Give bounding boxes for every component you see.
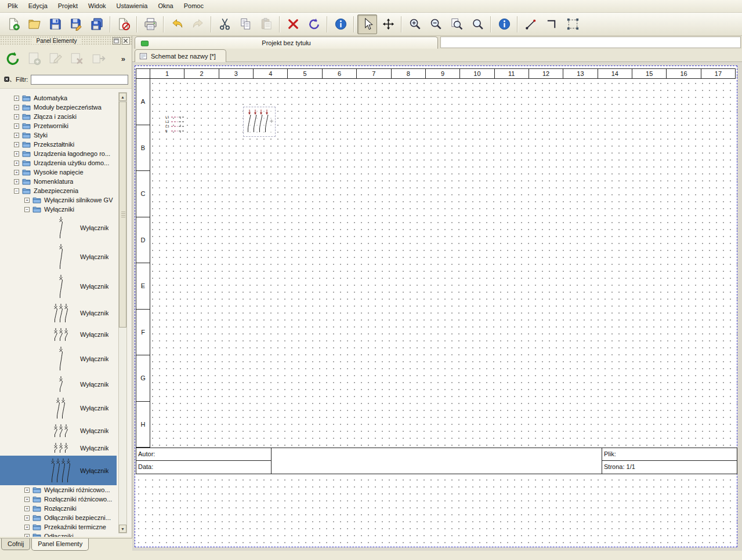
tree-folder-6[interactable]: +Urządzenia łagodnego ro... xyxy=(0,149,132,158)
tree-folder-27[interactable]: +Odłączniki bezpieczni... xyxy=(0,513,132,522)
bottom-tab-0[interactable]: Cofnij xyxy=(1,539,30,550)
expand-icon[interactable]: + xyxy=(14,96,19,101)
tree-folder-0[interactable]: +Automatyka xyxy=(0,93,132,103)
visualise-selection-button[interactable] xyxy=(563,14,582,34)
expand-icon[interactable]: + xyxy=(14,161,19,166)
scrollbar-thumb[interactable] xyxy=(119,101,126,328)
expand-icon[interactable]: + xyxy=(24,198,30,203)
pan-mode-button[interactable] xyxy=(378,14,398,34)
zoom-in-button[interactable] xyxy=(405,14,425,34)
menu-item-5[interactable]: Okna xyxy=(153,0,178,12)
expand-icon[interactable]: + xyxy=(24,534,30,537)
tree-folder-26[interactable]: +Rozłączniki xyxy=(0,504,132,513)
tree-element-13[interactable]: Wyłącznik xyxy=(0,214,117,241)
element-info-button[interactable] xyxy=(494,14,514,34)
reload-collections-button[interactable] xyxy=(5,51,20,66)
tree-folder-8[interactable]: +Wysokie napięcie xyxy=(0,168,132,177)
tree-folder-5[interactable]: +Przekształtniki xyxy=(0,140,132,149)
menu-item-6[interactable]: Pomoc xyxy=(179,0,209,12)
filter-input[interactable] xyxy=(31,75,128,85)
expand-icon[interactable]: + xyxy=(14,123,19,129)
menu-item-0[interactable]: Plik xyxy=(2,0,23,12)
menu-item-1[interactable]: Edycja xyxy=(23,0,53,12)
clear-filter-icon[interactable] xyxy=(3,75,13,84)
panel-close-button[interactable] xyxy=(122,37,130,45)
tree-folder-10[interactable]: −Zabezpieczenia xyxy=(0,186,132,195)
rotate-button[interactable] xyxy=(304,14,324,34)
expand-icon[interactable]: + xyxy=(24,506,30,511)
expand-icon[interactable]: + xyxy=(14,170,19,175)
tree-folder-28[interactable]: +Przekaźniki termiczne xyxy=(0,522,132,532)
tree-scrollbar[interactable]: ▲ ▼ xyxy=(118,92,127,533)
tree-element-14[interactable]: Wyłącznik xyxy=(0,241,117,272)
tree-element-17[interactable]: Wyłącznik xyxy=(0,325,117,344)
panel-overflow-chevron[interactable]: » xyxy=(121,54,126,63)
expand-icon[interactable]: + xyxy=(24,488,30,493)
select-mode-button[interactable] xyxy=(357,14,377,34)
conductor-angle-button[interactable] xyxy=(542,14,562,34)
expand-icon[interactable]: + xyxy=(24,525,30,530)
tree-element-16[interactable]: Wyłącznik xyxy=(0,301,117,325)
copy-button[interactable] xyxy=(236,14,255,34)
tree-element-20[interactable]: Wyłącznik xyxy=(0,395,117,421)
project-tab[interactable]: Projekt bez tytułu xyxy=(135,37,438,49)
collapse-icon[interactable]: − xyxy=(14,188,19,194)
menu-item-3[interactable]: Widok xyxy=(83,0,111,12)
menu-item-4[interactable]: Ustawienia xyxy=(111,0,153,12)
undo-button[interactable] xyxy=(167,14,187,34)
save-as-button[interactable] xyxy=(66,14,86,34)
expand-icon[interactable]: + xyxy=(14,114,19,119)
canvas-element-breaker-4p[interactable] xyxy=(243,107,276,137)
tree-folder-2[interactable]: +Złącza i zaciski xyxy=(0,112,132,121)
tree-folder-12[interactable]: −Wyłączniki xyxy=(0,205,132,214)
zoom-out-button[interactable] xyxy=(426,14,446,34)
expand-icon[interactable]: + xyxy=(14,105,19,110)
delete-button[interactable] xyxy=(283,14,303,34)
tree-element-15[interactable]: Wyłącznik xyxy=(0,272,117,301)
close-file-button[interactable] xyxy=(114,14,133,34)
diagram-properties-button[interactable] xyxy=(331,14,350,34)
collapse-icon[interactable]: − xyxy=(24,207,30,212)
menu-item-2[interactable]: Projekt xyxy=(53,0,83,12)
tree-element-19[interactable]: Wyłącznik xyxy=(0,373,117,395)
print-button[interactable] xyxy=(140,14,160,34)
new-project-button[interactable] xyxy=(3,14,23,34)
tree-folder-25[interactable]: +Rozłączniki różnicowo... xyxy=(0,494,132,504)
folder-icon xyxy=(22,169,31,176)
diagram-view[interactable]: 1234567891011121314151617 ABCDEFGH Autor… xyxy=(132,62,742,551)
tree-folder-24[interactable]: +Wyłączniki różnicowo... xyxy=(0,485,132,494)
tree-folder-1[interactable]: +Moduły bezpieczeństwa xyxy=(0,103,132,112)
scroll-up-button[interactable]: ▲ xyxy=(119,93,126,101)
tree-element-label: Wyłącznik xyxy=(80,405,108,412)
expand-icon[interactable]: + xyxy=(14,151,19,157)
expand-icon[interactable]: + xyxy=(14,142,19,147)
tree-element-21[interactable]: Wyłącznik xyxy=(0,421,117,440)
canvas-element-terminal-strip[interactable]: L1 L2 L3 N xyxy=(165,114,188,138)
tree-element-23[interactable]: Wyłącznik xyxy=(0,456,117,485)
diagram-sheet[interactable]: 1234567891011121314151617 ABCDEFGH Autor… xyxy=(135,66,737,547)
save-button[interactable] xyxy=(45,14,65,34)
tree-folder-3[interactable]: +Przetworniki xyxy=(0,121,132,130)
bottom-tab-1[interactable]: Panel Elementy xyxy=(31,539,89,551)
tree-folder-7[interactable]: +Urządzenia użytku domo... xyxy=(0,158,132,168)
tree-element-18[interactable]: Wyłącznik xyxy=(0,344,117,373)
zoom-fit-page-button[interactable] xyxy=(447,14,466,34)
panel-titlebar[interactable]: Panel Elementy xyxy=(0,36,132,45)
panel-float-button[interactable] xyxy=(113,37,121,45)
expand-icon[interactable]: + xyxy=(24,515,30,521)
tree-folder-4[interactable]: +Styki xyxy=(0,130,132,140)
expand-icon[interactable]: + xyxy=(14,179,19,184)
schematic-tab[interactable]: Schemat bez nazwy [*] xyxy=(135,49,226,62)
tree-folder-11[interactable]: +Wyłączniki silnikowe GV xyxy=(0,195,132,205)
tree-folder-29[interactable]: +Odłączniki xyxy=(0,532,132,537)
scroll-down-button[interactable]: ▼ xyxy=(119,525,126,533)
cut-button[interactable] xyxy=(215,14,234,34)
save-all-button[interactable] xyxy=(87,14,107,34)
open-project-button[interactable] xyxy=(24,14,44,34)
expand-icon[interactable]: + xyxy=(24,497,30,502)
tree-element-22[interactable]: Wyłącznik xyxy=(0,440,117,456)
add-conductor-button[interactable] xyxy=(521,14,541,34)
expand-icon[interactable]: + xyxy=(14,133,19,138)
tree-folder-9[interactable]: +Nomenklatura xyxy=(0,177,132,186)
zoom-reset-button[interactable] xyxy=(468,14,487,34)
